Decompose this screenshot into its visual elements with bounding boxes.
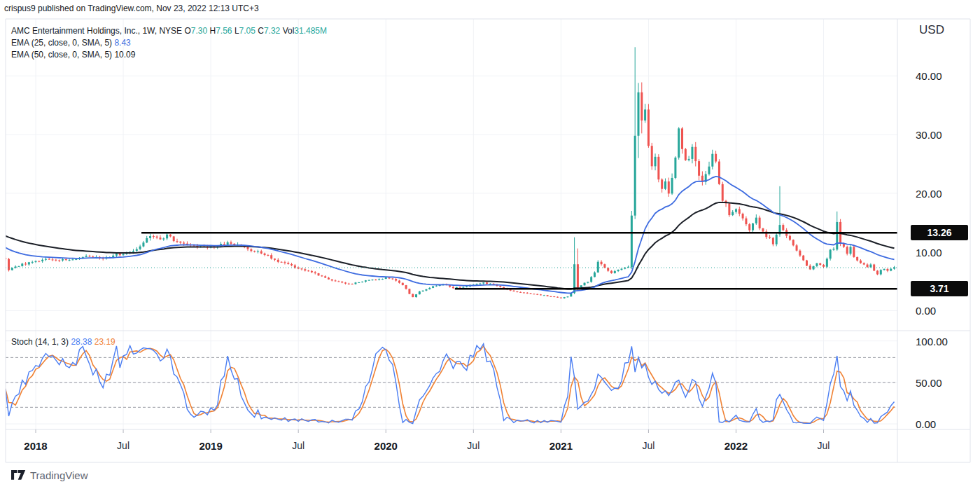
ema50-legend-row[interactable]: EMA (50, close, 0, SMA, 5) 10.09	[11, 49, 327, 61]
open-label: O	[184, 26, 190, 36]
price-axis-tick-label[interactable]: 40.00	[916, 70, 942, 82]
time-axis-label[interactable]: Jul	[467, 440, 479, 451]
high-value: 7.56	[216, 26, 232, 36]
low-label: L	[234, 26, 239, 36]
ema25-label: EMA (25, close, 0, SMA, 5)	[11, 38, 112, 48]
time-axis-label[interactable]: Jul	[292, 440, 304, 451]
time-axis-label[interactable]: Jul	[117, 440, 130, 451]
ema25-legend-row[interactable]: EMA (25, close, 0, SMA, 5) 8.43	[11, 37, 327, 49]
tradingview-published-chart: crispus9 published on TradingView.com, N…	[0, 0, 980, 489]
time-axis-label[interactable]: Jul	[642, 440, 654, 451]
ema50-value: 10.09	[114, 50, 135, 60]
tradingview-watermark-text: TradingView	[30, 469, 88, 481]
stoch-k-line	[6, 344, 895, 424]
ema-lines	[6, 177, 895, 294]
symbol-legend[interactable]: AMC Entertainment Holdings, Inc., 1W, NY…	[11, 25, 327, 61]
stoch-label: Stoch (14, 1, 3)	[11, 337, 69, 347]
time-axis-label[interactable]: Jul	[818, 440, 830, 451]
low-value: 7.05	[239, 26, 255, 36]
stoch-k-value: 28.38	[71, 337, 92, 347]
ema50-label: EMA (50, close, 0, SMA, 5)	[11, 50, 112, 60]
close-value: 7.32	[264, 26, 280, 36]
tradingview-watermark[interactable]: TradingView	[11, 469, 88, 481]
currency-label: USD	[910, 23, 953, 37]
symbol-legend-row-main: AMC Entertainment Holdings, Inc., 1W, NY…	[11, 25, 327, 37]
gridlines	[6, 19, 897, 429]
price-axis-tick-label[interactable]: 0.00	[916, 305, 936, 317]
stoch-d-value: 23.19	[94, 337, 115, 347]
volume-value: 31.485M	[294, 26, 327, 36]
time-axis-label[interactable]: 2022	[724, 440, 748, 452]
stoch-axis-tick-label[interactable]: 50.00	[916, 376, 942, 388]
volume-label: Vol	[283, 26, 295, 36]
tradingview-logo-icon	[11, 470, 26, 481]
ema25-line	[6, 177, 895, 294]
stoch-legend[interactable]: Stoch (14, 1, 3) 28.38 23.19	[11, 337, 115, 347]
price-axis-tick-label[interactable]: 30.00	[916, 129, 942, 141]
time-axis-label[interactable]: 2018	[24, 440, 47, 452]
symbol-title: AMC Entertainment Holdings, Inc., 1W, NY…	[11, 26, 182, 36]
ema50-line	[6, 202, 895, 289]
price-level-badge: 3.71	[911, 281, 968, 296]
ema25-value: 8.43	[114, 38, 130, 48]
time-axis-label[interactable]: 2020	[374, 440, 398, 452]
chart-canvas[interactable]	[0, 0, 980, 489]
time-axis-label[interactable]: 2021	[550, 440, 573, 452]
price-axis-tick-label[interactable]: 20.00	[916, 187, 942, 199]
high-label: H	[210, 26, 216, 36]
close-label: C	[258, 26, 264, 36]
price-axis-tick-label[interactable]: 10.00	[916, 246, 942, 258]
stoch-axis-tick-label[interactable]: 0.00	[916, 418, 936, 430]
price-level-badge: 13.26	[911, 225, 968, 240]
chart-frame	[6, 19, 970, 462]
open-value: 7.30	[191, 26, 207, 36]
time-axis-label[interactable]: 2019	[199, 440, 222, 452]
stoch-axis-tick-label[interactable]: 100.00	[916, 335, 948, 347]
candlestick-series	[4, 47, 895, 298]
stoch-series	[6, 344, 895, 424]
